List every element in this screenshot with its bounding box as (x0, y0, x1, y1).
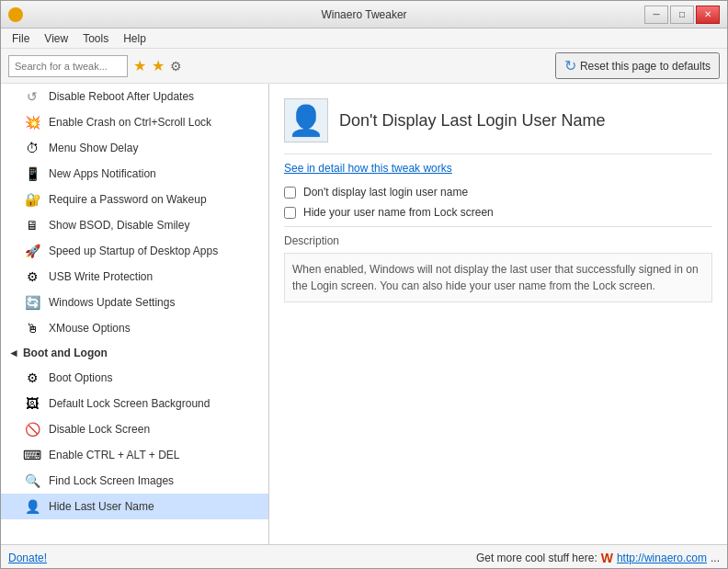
sidebar-item-new-apps[interactable]: 📱 New Apps Notification (1, 161, 268, 187)
status-bar: Donate! Get more cool stuff here: W http… (1, 544, 727, 569)
description-header: Description (284, 234, 712, 247)
menu-bar: File View Tools Help (1, 28, 727, 49)
tweak-detail-link[interactable]: See in detail how this tweak works (284, 162, 712, 175)
hide-user-icon: 👤 (23, 497, 41, 516)
checkbox-hide-lock-screen[interactable] (284, 207, 296, 219)
sidebar-item-ctrl-alt-del[interactable]: ⌨ Enable CTRL + ALT + DEL (1, 442, 268, 468)
usb-icon: ⚙ (23, 267, 41, 286)
sidebar-item-label: XMouse Options (49, 322, 131, 335)
maximize-button[interactable]: □ (670, 6, 694, 24)
sidebar-item-disable-reboot[interactable]: Disable Reboot After Updates (1, 84, 268, 109)
new-apps-icon: 📱 (23, 165, 41, 183)
sidebar-item-label: New Apps Notification (49, 167, 156, 180)
toolbar: ★ ★ ⚙ Reset this page to defaults (1, 49, 727, 84)
sidebar-item-disable-lock-screen[interactable]: 🚫 Disable Lock Screen (1, 416, 268, 442)
checkbox-display-username[interactable] (284, 187, 296, 199)
boot-options-icon: ⚙ (23, 369, 41, 387)
reset-label: Reset this page to defaults (580, 60, 711, 73)
sidebar-inner: Disable Reboot After Updates 💥 Enable Cr… (1, 84, 268, 523)
minimize-button[interactable]: ─ (644, 6, 668, 24)
sidebar-item-password-wakeup[interactable]: 🔐 Require a Password on Wakeup (1, 187, 268, 212)
sidebar-item-windows-update[interactable]: 🔄 Windows Update Settings (1, 290, 268, 315)
sidebar-item-label: Windows Update Settings (49, 296, 175, 309)
disable-reboot-icon (23, 87, 41, 106)
sidebar-item-label: Find Lock Screen Images (49, 474, 174, 487)
donate-link[interactable]: Donate! (8, 552, 47, 564)
checkbox1-label: Don't display last login user name (303, 186, 468, 199)
sidebar-item-label: Boot Options (49, 371, 112, 384)
status-right: Get more cool stuff here: W http://winae… (476, 551, 720, 565)
status-info-text: Get more cool stuff here: (476, 552, 597, 564)
main-layout: Disable Reboot After Updates 💥 Enable Cr… (1, 84, 727, 544)
reset-button[interactable]: Reset this page to defaults (555, 52, 720, 79)
sidebar-item-label: Show BSOD, Disable Smiley (49, 219, 189, 232)
sidebar-item-label: Enable Crash on Ctrl+Scroll Lock (49, 116, 211, 129)
password-icon: 🔐 (23, 190, 41, 209)
title-bar: Winaero Tweaker ─ □ ✕ (1, 1, 727, 28)
menu-help[interactable]: Help (116, 30, 154, 47)
checkbox-row-2: Hide your user name from Lock screen (284, 206, 712, 219)
content-divider (284, 154, 712, 154)
sidebar-item-bsod[interactable]: 🖥 Show BSOD, Disable Smiley (1, 212, 268, 238)
content-inner: 👤 Don't Display Last Login User Name See… (269, 84, 727, 317)
sidebar-item-startup[interactable]: 🚀 Speed up Startup of Desktop Apps (1, 238, 268, 264)
sidebar: Disable Reboot After Updates 💥 Enable Cr… (1, 84, 269, 544)
star1-button[interactable]: ★ (133, 57, 146, 74)
menu-file[interactable]: File (5, 30, 37, 47)
xmouse-icon: 🖱 (23, 319, 41, 337)
find-lock-images-icon: 🔍 (23, 472, 41, 490)
sidebar-item-label: Hide Last User Name (49, 500, 154, 513)
sidebar-item-label: USB Write Protection (49, 270, 153, 283)
content-divider-2 (284, 226, 712, 227)
windows-update-icon: 🔄 (23, 293, 41, 312)
disable-lock-screen-icon: 🚫 (23, 420, 41, 438)
app-icon (8, 7, 23, 22)
sidebar-item-menu-delay[interactable]: ⏱ Menu Show Delay (1, 135, 268, 161)
winaero-link[interactable]: http://winaero.com (617, 552, 707, 564)
ctrl-alt-del-icon: ⌨ (23, 446, 41, 464)
sidebar-item-find-lock-images[interactable]: 🔍 Find Lock Screen Images (1, 468, 268, 494)
sidebar-item-label: Disable Reboot After Updates (49, 90, 194, 103)
content-area: 👤 Don't Display Last Login User Name See… (269, 84, 727, 544)
crash-icon: 💥 (23, 113, 41, 131)
menu-delay-icon: ⏱ (23, 139, 41, 157)
sidebar-item-label: Require a Password on Wakeup (49, 193, 207, 206)
section-boot-logon[interactable]: ◄ Boot and Logon (1, 341, 268, 365)
sidebar-item-usb[interactable]: ⚙ USB Write Protection (1, 264, 268, 290)
sidebar-item-lock-screen-bg[interactable]: 🖼 Default Lock Screen Background (1, 391, 268, 416)
sidebar-item-boot-options[interactable]: ⚙ Boot Options (1, 365, 268, 391)
menu-tools[interactable]: Tools (75, 30, 116, 47)
window-controls: ─ □ ✕ (644, 6, 720, 24)
description-text: When enabled, Windows will not display t… (284, 253, 712, 302)
startup-icon: 🚀 (23, 242, 41, 260)
content-title: Don't Display Last Login User Name (339, 111, 606, 131)
sidebar-item-label: Enable CTRL + ALT + DEL (49, 449, 180, 461)
window-title: Winaero Tweaker (321, 8, 406, 21)
sidebar-item-label: Disable Lock Screen (49, 423, 150, 436)
close-button[interactable]: ✕ (696, 6, 720, 24)
checkbox-row-1: Don't display last login user name (284, 186, 712, 199)
refresh-icon (564, 57, 576, 74)
sidebar-item-xmouse[interactable]: 🖱 XMouse Options (1, 315, 268, 341)
winaero-w-icon: W (601, 551, 613, 565)
sidebar-item-label: Default Lock Screen Background (49, 397, 210, 410)
sidebar-item-label: Speed up Startup of Desktop Apps (49, 245, 218, 257)
search-input[interactable] (8, 55, 128, 77)
menu-view[interactable]: View (37, 30, 75, 47)
content-avatar: 👤 (284, 98, 328, 142)
checkbox2-label: Hide your user name from Lock screen (303, 206, 494, 219)
user-icon: 👤 (288, 103, 324, 138)
sidebar-item-hide-last-user[interactable]: 👤 Hide Last User Name (1, 494, 268, 519)
content-header: 👤 Don't Display Last Login User Name (284, 98, 712, 142)
sidebar-item-crash[interactable]: 💥 Enable Crash on Ctrl+Scroll Lock (1, 109, 268, 135)
section-toggle-icon: ◄ (8, 347, 19, 359)
title-bar-left (8, 7, 23, 22)
sidebar-item-label: Menu Show Delay (49, 142, 138, 154)
star2-button[interactable]: ★ (152, 57, 165, 74)
gear-icon[interactable]: ⚙ (170, 59, 182, 74)
status-dots: ... (711, 552, 720, 564)
section-boot-label: Boot and Logon (23, 347, 108, 359)
bsod-icon: 🖥 (23, 216, 41, 234)
lock-screen-bg-icon: 🖼 (23, 394, 41, 413)
